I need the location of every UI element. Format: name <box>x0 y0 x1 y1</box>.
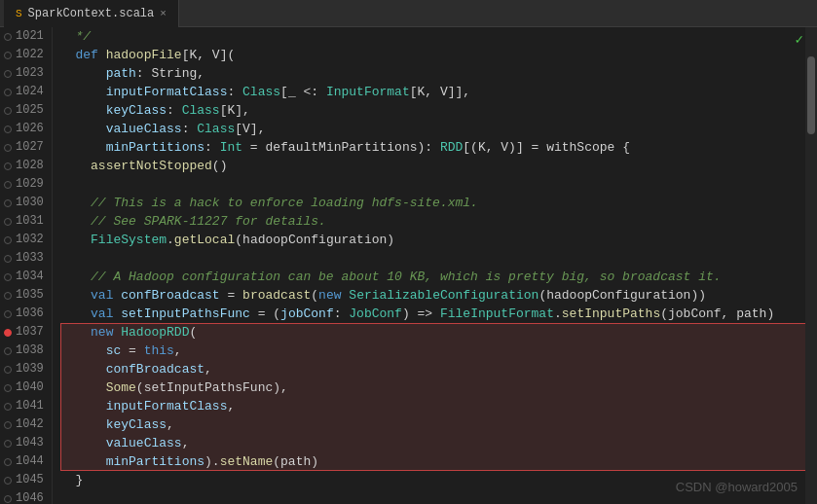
line-numbers: 1021102210231024102510261027102810291030… <box>0 27 53 504</box>
line-number: 1036 <box>4 305 44 323</box>
tab-bar: S SparkContext.scala × <box>0 0 817 27</box>
code-line: new HadoopRDD( <box>60 323 817 342</box>
line-number: 1035 <box>4 286 44 305</box>
scrollbar-thumb[interactable] <box>807 56 815 134</box>
code-line: def hadoopFile[K, V]( <box>60 46 817 64</box>
code-line: inputFormatClass, <box>60 397 817 415</box>
line-number: 1021 <box>4 27 44 46</box>
vertical-scrollbar[interactable]: ✓ <box>805 27 817 504</box>
code-line: // This is a hack to enforce loading hdf… <box>60 194 817 212</box>
code-line: assertNotStopped() <box>60 157 817 175</box>
code-line: inputFormatClass: Class[_ <: InputFormat… <box>60 83 817 101</box>
code-line: */ <box>60 27 817 46</box>
line-number: 1028 <box>4 157 44 175</box>
line-number: 1032 <box>4 231 44 249</box>
code-line: keyClass: Class[K], <box>60 101 817 120</box>
line-number: 1040 <box>4 378 44 397</box>
code-line: // See SPARK-11227 for details. <box>60 212 817 231</box>
tab-filename: SparkContext.scala <box>28 7 155 20</box>
code-line: Some(setInputPathsFunc), <box>60 378 817 397</box>
line-number: 1042 <box>4 415 44 434</box>
check-icon: ✓ <box>796 31 803 48</box>
line-number: 1023 <box>4 64 44 83</box>
code-line: path: String, <box>60 64 817 83</box>
code-line: keyClass, <box>60 415 817 434</box>
close-icon[interactable]: × <box>160 8 167 19</box>
line-number: 1041 <box>4 397 44 415</box>
line-number: 1037 <box>4 323 44 342</box>
line-number: 1025 <box>4 101 44 120</box>
line-number: 1034 <box>4 268 44 286</box>
code-line: confBroadcast, <box>60 360 817 378</box>
code-line: FileSystem.getLocal(hadoopConfiguration) <box>60 231 817 249</box>
line-number: 1043 <box>4 434 44 452</box>
line-number: 1029 <box>4 175 44 194</box>
line-number: 1045 <box>4 471 44 489</box>
line-number: 1044 <box>4 452 44 471</box>
code-line: minPartitions).setName(path) <box>60 452 817 471</box>
editor-area: 1021102210231024102510261027102810291030… <box>0 27 817 504</box>
code-line: valueClass: Class[V], <box>60 120 817 138</box>
code-line: sc = this, <box>60 342 817 360</box>
code-line: val confBroadcast = broadcast(new Serial… <box>60 286 817 305</box>
line-number: 1031 <box>4 212 44 231</box>
watermark: CSDN @howard2005 <box>676 480 798 494</box>
line-number: 1046 <box>4 489 44 504</box>
tab-icon: S <box>16 8 22 19</box>
line-number: 1026 <box>4 120 44 138</box>
line-number: 1024 <box>4 83 44 101</box>
code-line: // A Hadoop configuration can be about 1… <box>60 268 817 286</box>
line-number: 1022 <box>4 46 44 64</box>
line-number: 1027 <box>4 138 44 157</box>
line-number: 1030 <box>4 194 44 212</box>
code-line: minPartitions: Int = defaultMinPartition… <box>60 138 817 157</box>
tab-sparkcontext[interactable]: S SparkContext.scala × <box>4 0 179 27</box>
code-area[interactable]: */ def hadoopFile[K, V]( path: String, i… <box>53 27 817 504</box>
code-line: valueClass, <box>60 434 817 452</box>
line-number: 1033 <box>4 249 44 268</box>
line-number: 1039 <box>4 360 44 378</box>
code-line <box>60 249 817 268</box>
code-line: val setInputPathsFunc = (jobConf: JobCon… <box>60 305 817 323</box>
code-line <box>60 175 817 194</box>
line-number: 1038 <box>4 342 44 360</box>
